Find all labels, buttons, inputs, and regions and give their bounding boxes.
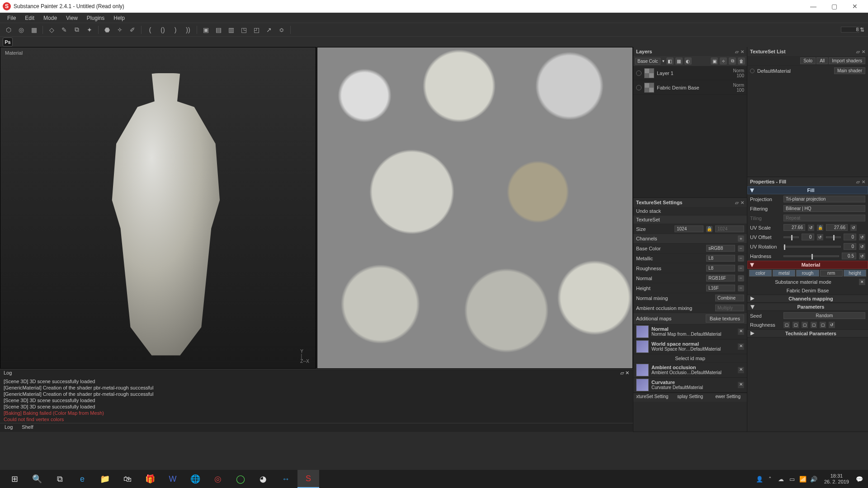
chan-height-button[interactable]: height	[844, 270, 866, 277]
layer-mask-icon[interactable]: ◐	[684, 57, 692, 65]
tool-clone-icon[interactable]: ⧉	[72, 25, 82, 35]
tss-close-icon[interactable]: ✕	[741, 200, 744, 205]
channels-add-icon[interactable]: +	[738, 235, 744, 242]
layer-folder-icon[interactable]: ▣	[711, 57, 718, 65]
tab-viewer-settings[interactable]: ewer Setting	[709, 393, 747, 402]
hardness-slider[interactable]	[783, 255, 839, 257]
app-gift-icon[interactable]: 🎁	[139, 470, 161, 488]
uvoffset-y-slider[interactable]	[826, 236, 841, 238]
layer-row[interactable]: Layer 1 Norm100	[633, 66, 747, 80]
layer-thumbnail[interactable]	[644, 83, 654, 93]
view-persp-icon[interactable]: ▣	[201, 25, 211, 35]
uvscale-link-icon[interactable]: 🔒	[817, 225, 823, 231]
menu-view[interactable]: View	[61, 14, 82, 22]
tray-notifications-icon[interactable]: 💬	[854, 470, 864, 488]
uvoffset-y-input[interactable]: 0	[844, 234, 856, 240]
view-iray-icon[interactable]: ◳	[239, 25, 249, 35]
tab-textureset-settings[interactable]: xtureSet Setting	[633, 393, 671, 402]
additional-map-row[interactable]: CurvatureCurvature DefaultMaterial ✕	[633, 378, 747, 393]
tab-log[interactable]: Log	[0, 423, 17, 432]
props-close-icon[interactable]: ✕	[862, 179, 865, 184]
smm-close-icon[interactable]: ✕	[859, 279, 865, 285]
tab-shelf[interactable]: Shelf	[17, 423, 38, 432]
edge-icon[interactable]: e	[71, 470, 93, 488]
rough-revert-icon[interactable]: ↺	[829, 322, 835, 328]
map-remove-icon[interactable]: ✕	[738, 367, 744, 373]
layers-close-icon[interactable]: ✕	[741, 49, 744, 54]
chan-color-button[interactable]: color	[749, 270, 772, 277]
viewport-3d[interactable]: Material Y│Z─X	[0, 47, 316, 369]
viewport-2d[interactable]: Material	[317, 47, 633, 369]
layer-name[interactable]: Layer 1	[657, 70, 723, 76]
menu-help[interactable]: Help	[109, 14, 129, 22]
textureset-visible-icon[interactable]	[750, 69, 755, 73]
layer-name[interactable]: Fabric Denim Base	[657, 85, 723, 90]
parameters-section[interactable]: ⯆Parameters	[747, 303, 868, 311]
size-link-icon[interactable]: 🔒	[706, 226, 712, 232]
start-button[interactable]: ⊞	[4, 470, 25, 488]
seed-random-button[interactable]: Random	[783, 312, 865, 319]
taskview-button[interactable]: ⧉	[49, 470, 71, 488]
layers-undock-icon[interactable]: ▱	[735, 49, 739, 54]
uvoffset-revert-icon[interactable]: ↺	[817, 234, 823, 240]
layer-smart-icon[interactable]: ✧	[720, 57, 727, 65]
rough-th-5-icon[interactable]: ▢	[820, 322, 826, 328]
channel-format-select[interactable]: sRGB8	[706, 245, 735, 252]
layer-add-icon[interactable]: ◧	[666, 57, 674, 65]
channel-format-select[interactable]: RGB16F	[706, 275, 735, 282]
layer-fill-icon[interactable]: ▦	[675, 57, 683, 65]
app-circle-icon[interactable]: ◯	[230, 470, 251, 488]
size-select[interactable]: 1024	[675, 225, 703, 232]
filtering-select[interactable]: Bilinear | HQ	[783, 205, 865, 212]
material-section-header[interactable]: ⯆Material	[747, 261, 868, 269]
props-undock-icon[interactable]: ▱	[856, 179, 860, 184]
layer-copy-icon[interactable]: ⧉	[729, 57, 736, 65]
rough-th-4-icon[interactable]: ▢	[811, 322, 817, 328]
channel-remove-icon[interactable]: −	[738, 255, 744, 262]
view-render-icon[interactable]: ◰	[251, 25, 261, 35]
channel-select[interactable]: Base Colc	[635, 58, 660, 65]
view-2d-icon[interactable]: ▥	[226, 25, 236, 35]
bake-textures-button[interactable]: Bake textures	[706, 314, 744, 323]
channel-format-select[interactable]: L16F	[706, 285, 735, 291]
tray-people-icon[interactable]: 👤	[755, 470, 764, 488]
undo-stack-button[interactable]: Undo stack	[633, 207, 747, 216]
uvoffset-x-input[interactable]: 0	[802, 234, 814, 240]
textureset-list-item[interactable]: DefaultMaterial Main shader	[747, 66, 868, 75]
app-target-icon[interactable]: ◎	[207, 470, 229, 488]
tray-up-icon[interactable]: ˄	[765, 470, 775, 488]
tsl-close-icon[interactable]: ✕	[862, 49, 865, 54]
tool-projection-icon[interactable]: ▦	[29, 25, 39, 35]
rough-th-2-icon[interactable]: ▢	[793, 322, 799, 328]
projection-select[interactable]: Tri-planar projection	[783, 196, 865, 202]
uvscale-y-input[interactable]: 27.66	[826, 224, 848, 231]
rough-th-1-icon[interactable]: ▢	[783, 322, 790, 328]
tray-volume-icon[interactable]: 🔊	[809, 470, 819, 488]
additional-map-row[interactable]: NormalNormal Map from…DefaultMaterial ✕	[633, 324, 747, 339]
uvrot-slider[interactable]	[783, 246, 841, 248]
map-remove-icon[interactable]: ✕	[738, 382, 744, 388]
import-shaders-button[interactable]: Import shaders	[829, 57, 865, 64]
uvscale-y-revert-icon[interactable]: ↺	[850, 225, 857, 231]
additional-map-row[interactable]: Ambient occlusionAmbient Occlusio…Defaul…	[633, 363, 747, 378]
menu-plugins[interactable]: Plugins	[82, 14, 109, 22]
taskbar-clock[interactable]: 18:31 26. 2. 2019	[820, 473, 854, 485]
teamviewer-icon[interactable]: ↔	[275, 470, 297, 488]
tool-polyfill-icon[interactable]: ◇	[47, 25, 57, 35]
chan-metal-button[interactable]: metal	[773, 270, 795, 277]
smm-value[interactable]: Fabric Denim Base	[750, 288, 865, 293]
tss-undock-icon[interactable]: ▱	[735, 200, 739, 205]
uvscale-x-input[interactable]: 27.66	[783, 224, 805, 231]
tool-smudge-icon[interactable]: ✎	[59, 25, 69, 35]
tab-display-settings[interactable]: splay Setting	[671, 393, 709, 402]
log-close-icon[interactable]: ✕	[625, 370, 629, 375]
channel-remove-icon[interactable]: −	[738, 265, 744, 272]
tray-wifi-icon[interactable]: 📶	[798, 470, 808, 488]
layer-row[interactable]: Fabric Denim Base Norm100	[633, 80, 747, 95]
photoshop-export-icon[interactable]: Ps	[3, 38, 13, 47]
menu-mode[interactable]: Mode	[39, 14, 61, 22]
channel-remove-icon[interactable]: −	[738, 285, 744, 291]
channel-format-select[interactable]: L8	[706, 265, 735, 272]
window-close-button[interactable]: ✕	[844, 0, 865, 13]
symmetry-left-icon[interactable]: (	[145, 25, 155, 35]
